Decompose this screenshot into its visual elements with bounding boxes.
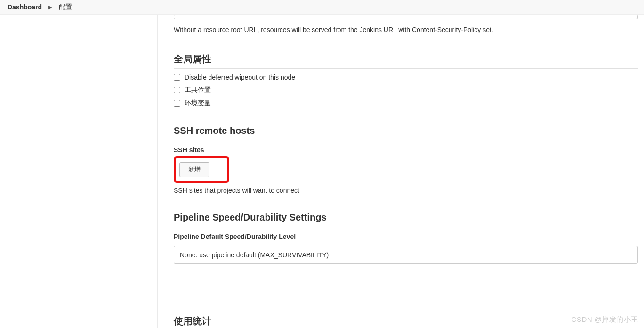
pipeline-sub-label: Pipeline Default Speed/Durability Level xyxy=(174,233,638,240)
breadcrumb: Dashboard ▶ 配置 xyxy=(0,0,644,15)
main-content: Without a resource root URL, resources w… xyxy=(158,15,644,328)
sidebar xyxy=(0,15,158,328)
ssh-add-button[interactable]: 新增 xyxy=(179,162,209,177)
checkbox-label: 环境变量 xyxy=(185,99,211,107)
checkbox-label: 工具位置 xyxy=(185,86,211,94)
pipeline-title: Pipeline Speed/Durability Settings xyxy=(174,212,638,226)
highlight-annotation: 新增 xyxy=(174,156,229,183)
resource-root-url-input[interactable] xyxy=(174,15,638,19)
ssh-title: SSH remote hosts xyxy=(174,125,638,139)
breadcrumb-dashboard[interactable]: Dashboard xyxy=(8,3,42,11)
checkbox-label: Disable deferred wipeout on this node xyxy=(185,74,295,81)
breadcrumb-current: 配置 xyxy=(59,3,72,11)
ssh-sub-label: SSH sites xyxy=(174,146,638,154)
checkbox-env-vars[interactable] xyxy=(174,100,180,107)
resource-root-help: Without a resource root URL, resources w… xyxy=(174,25,638,35)
global-properties-title: 全局属性 xyxy=(174,53,638,69)
checkbox-tool-location[interactable] xyxy=(174,87,180,93)
chevron-right-icon: ▶ xyxy=(48,4,52,10)
ssh-desc: SSH sites that projects will want to con… xyxy=(174,187,638,194)
usage-stats-title: 使用统计 xyxy=(174,315,638,328)
pipeline-durability-select[interactable]: None: use pipeline default (MAX_SURVIVAB… xyxy=(174,246,638,264)
checkbox-deferred-wipeout[interactable] xyxy=(174,74,180,81)
